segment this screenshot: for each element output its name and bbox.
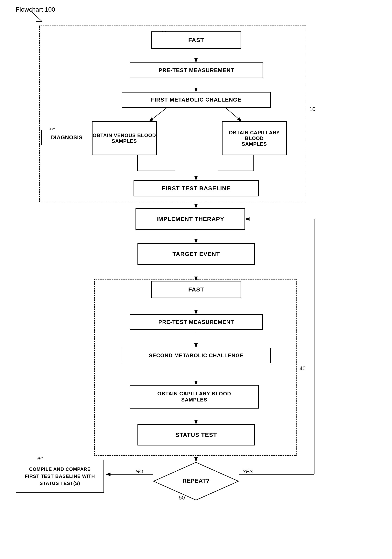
capillary2-box: OBTAIN CAPILLARY BLOODSAMPLES bbox=[130, 385, 259, 409]
fast2-box: FAST bbox=[151, 281, 241, 298]
top-dashed-section bbox=[39, 26, 306, 202]
first-baseline-box: FIRST TEST BASELINE bbox=[133, 180, 259, 196]
pretest1-box: PRE-TEST MEASUREMENT bbox=[130, 63, 263, 78]
first-metabolic-box: FIRST METABOLIC CHALLENGE bbox=[122, 92, 271, 108]
pretest2-box: PRE-TEST MEASUREMENT bbox=[130, 314, 263, 330]
repeat-diamond: REPEAT? bbox=[153, 462, 239, 501]
ref-40-label: 40 bbox=[299, 365, 306, 372]
svg-text:REPEAT?: REPEAT? bbox=[182, 477, 210, 484]
compile-box: COMPILE AND COMPAREFIRST TEST BASELINE W… bbox=[16, 460, 104, 493]
no-label: NO bbox=[136, 468, 143, 475]
ref-100-label: Flowchart 100 bbox=[16, 6, 55, 13]
ref-10-label: 10 bbox=[309, 106, 315, 112]
second-metabolic-box: SECOND METABOLIC CHALLENGE bbox=[122, 348, 271, 363]
diagnosis-box: DIAGNOSIS bbox=[41, 130, 92, 145]
status-test-box: STATUS TEST bbox=[138, 424, 255, 446]
yes-label: YES bbox=[243, 468, 253, 475]
diagram: Flowchart 100 10 40 11 FAST 12 PRE-TEST … bbox=[0, 0, 392, 559]
capillary1-box: OBTAIN CAPILLARY BLOODSAMPLES bbox=[222, 121, 287, 155]
venous-box: OBTAIN VENOUS BLOODSAMPLES bbox=[92, 121, 157, 155]
fast1-box: FAST bbox=[151, 31, 241, 49]
target-event-box: TARGET EVENT bbox=[138, 243, 255, 265]
implement-therapy-box: IMPLEMENT THERAPY bbox=[136, 208, 245, 230]
